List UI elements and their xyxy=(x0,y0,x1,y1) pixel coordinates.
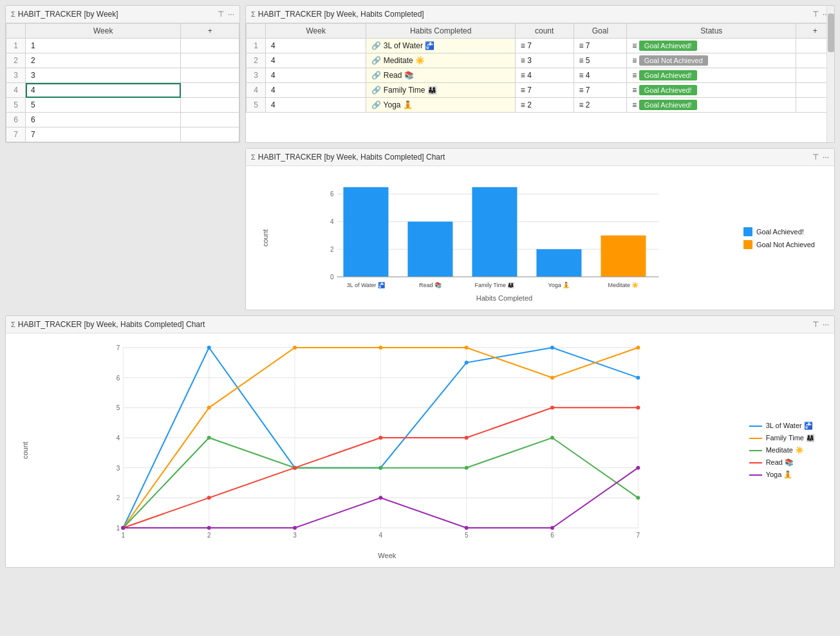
filter-icon-3[interactable]: ⊤ xyxy=(812,153,819,162)
goal-cell[interactable]: ≡ 5 xyxy=(574,53,627,68)
sigma-icon-3: Σ xyxy=(251,153,256,161)
week-cell-r[interactable]: 4 xyxy=(266,39,366,53)
right-table-panel: Σ HABIT_TRACKER [by Week, Habits Complet… xyxy=(245,5,835,143)
line-chart-y-label: count xyxy=(19,341,32,559)
table-row[interactable]: 4 4 🔗 Family Time 👨‍👩‍👧 ≡ 7 ≡ 7 ≡ Goal A… xyxy=(247,83,834,98)
add-column-btn[interactable]: + xyxy=(181,24,239,39)
row-num-cell: 4 xyxy=(6,83,26,98)
svg-text:0: 0 xyxy=(330,274,334,281)
table-row[interactable]: 5 5 xyxy=(6,98,239,113)
count-cell[interactable]: ≡ 7 xyxy=(515,39,574,53)
goal-cell[interactable]: ≡ 2 xyxy=(574,98,627,113)
week-cell[interactable]: 5 xyxy=(26,98,181,113)
sigma-icon-4: Σ xyxy=(11,321,15,328)
more-icon-3[interactable]: ··· xyxy=(823,153,829,162)
table-row[interactable]: 1 4 🔗 3L of Water 🚰 ≡ 7 ≡ 7 ≡ Goal Achie… xyxy=(247,39,834,53)
goal-cell[interactable]: ≡ 7 xyxy=(574,39,627,53)
week-cell-r[interactable]: 4 xyxy=(266,53,366,68)
svg-point-79 xyxy=(465,526,469,530)
svg-rect-14 xyxy=(536,249,581,277)
table-row[interactable]: 2 4 🔗 Meditate ☀️ ≡ 3 ≡ 5 ≡ Goal Not Ach… xyxy=(247,53,834,68)
filter-icon[interactable]: ⊤ xyxy=(218,10,224,19)
week-cell-r[interactable]: 4 xyxy=(266,98,366,113)
bar-chart-header: Σ HABIT_TRACKER [by Week, Habits Complet… xyxy=(246,149,834,166)
table-row[interactable]: 7 7 xyxy=(6,127,239,142)
week-cell-r[interactable]: 4 xyxy=(266,68,366,83)
svg-rect-8 xyxy=(343,187,388,277)
habit-cell[interactable]: 🔗 Family Time 👨‍👩‍👧 xyxy=(366,83,515,98)
svg-point-67 xyxy=(636,496,640,500)
status-header: Status xyxy=(627,24,796,39)
svg-point-57 xyxy=(378,346,382,350)
more-icon-4[interactable]: ··· xyxy=(823,320,829,329)
line-chart-svg: 12345671234567 xyxy=(37,341,738,547)
row-num-cell: 1 xyxy=(247,39,266,53)
svg-text:Read 📚: Read 📚 xyxy=(419,281,442,289)
table-row[interactable]: 2 2 xyxy=(6,53,239,68)
line-chart-legend: 3L of Water 🚰Family Time 👨‍👩‍👧Meditate ☀… xyxy=(743,341,821,559)
habit-cell[interactable]: 🔗 Read 📚 xyxy=(366,68,515,83)
count-cell[interactable]: ≡ 7 xyxy=(515,83,574,98)
empty-cell xyxy=(181,113,239,127)
svg-rect-12 xyxy=(472,187,517,277)
svg-point-56 xyxy=(293,346,297,350)
habit-cell[interactable]: 🔗 Yoga 🧘 xyxy=(366,98,515,113)
left-panel-header: Σ HABIT_TRACKER [by Week] ⊤ ··· xyxy=(6,6,239,23)
svg-point-48 xyxy=(207,346,211,350)
svg-text:Meditate ☀️: Meditate ☀️ xyxy=(608,281,639,289)
svg-text:6: 6 xyxy=(117,375,120,382)
svg-text:3: 3 xyxy=(293,532,297,539)
right-panel-title: HABIT_TRACKER [by Week, Habits Completed… xyxy=(258,10,810,19)
goal-cell[interactable]: ≡ 7 xyxy=(574,83,627,98)
week-cell[interactable]: 2 xyxy=(26,53,181,68)
line-legend-item: Meditate ☀️ xyxy=(749,446,815,454)
status-badge: Goal Achieved! xyxy=(639,85,697,95)
svg-point-64 xyxy=(378,466,382,470)
bar-chart-legend: Goal Achieved!Goal Not Achieved xyxy=(737,174,821,302)
svg-text:6: 6 xyxy=(550,532,554,539)
table-row[interactable]: 3 4 🔗 Read 📚 ≡ 4 ≡ 4 ≡ Goal Achieved! xyxy=(247,68,834,83)
table-row[interactable]: 1 1 xyxy=(6,39,239,53)
svg-text:2: 2 xyxy=(207,532,211,539)
week-cell[interactable]: 6 xyxy=(26,113,181,127)
more-icon[interactable]: ··· xyxy=(228,10,234,19)
filter-icon-4[interactable]: ⊤ xyxy=(812,320,819,329)
table-row[interactable]: 3 3 xyxy=(6,68,239,83)
svg-point-60 xyxy=(636,346,640,350)
svg-point-58 xyxy=(465,346,469,350)
svg-point-52 xyxy=(550,346,554,350)
status-badge: Goal Not Achieved xyxy=(639,55,708,66)
habits-completed-header: Habits Completed xyxy=(366,24,515,39)
week-header: Week xyxy=(26,24,181,39)
status-cell: ≡ Goal Achieved! xyxy=(627,39,796,53)
bar-chart-area: count 02463L of Water 🚰Read 📚Family Time… xyxy=(246,166,834,310)
svg-text:7: 7 xyxy=(637,532,640,539)
count-cell[interactable]: ≡ 3 xyxy=(515,53,574,68)
table-row[interactable]: 4 4 xyxy=(6,83,239,98)
svg-text:3: 3 xyxy=(117,465,120,472)
week-cell[interactable]: 3 xyxy=(26,68,181,83)
filter-icon-2[interactable]: ⊤ xyxy=(812,10,819,19)
week-cell[interactable]: 7 xyxy=(26,127,181,142)
svg-text:1: 1 xyxy=(122,532,126,539)
right-table: Week Habits Completed count Goal Status … xyxy=(246,23,834,113)
svg-text:5: 5 xyxy=(117,404,120,411)
count-cell[interactable]: ≡ 2 xyxy=(515,98,574,113)
week-cell-r[interactable]: 4 xyxy=(266,83,366,98)
status-cell: ≡ Goal Achieved! xyxy=(627,98,796,113)
svg-text:3L of Water 🚰: 3L of Water 🚰 xyxy=(347,281,386,289)
table-row[interactable]: 6 6 xyxy=(6,113,239,127)
count-cell[interactable]: ≡ 4 xyxy=(515,68,574,83)
line-legend-item: Family Time 👨‍👩‍👧 xyxy=(749,434,815,442)
habit-cell[interactable]: 🔗 3L of Water 🚰 xyxy=(366,39,515,53)
scrollbar[interactable] xyxy=(826,6,834,142)
week-cell[interactable]: 1 xyxy=(26,39,181,53)
line-chart-panel: Σ HABIT_TRACKER [by Week, Habits Complet… xyxy=(5,315,835,568)
goal-cell[interactable]: ≡ 4 xyxy=(574,68,627,83)
habit-cell[interactable]: 🔗 Meditate ☀️ xyxy=(366,53,515,68)
table-row[interactable]: 5 4 🔗 Yoga 🧘 ≡ 2 ≡ 2 ≡ Goal Achieved! xyxy=(247,98,834,113)
row-num-cell: 2 xyxy=(6,53,26,68)
week-cell[interactable]: 4 xyxy=(26,83,181,98)
svg-point-81 xyxy=(636,466,640,470)
scrollbar-thumb[interactable] xyxy=(828,14,834,52)
